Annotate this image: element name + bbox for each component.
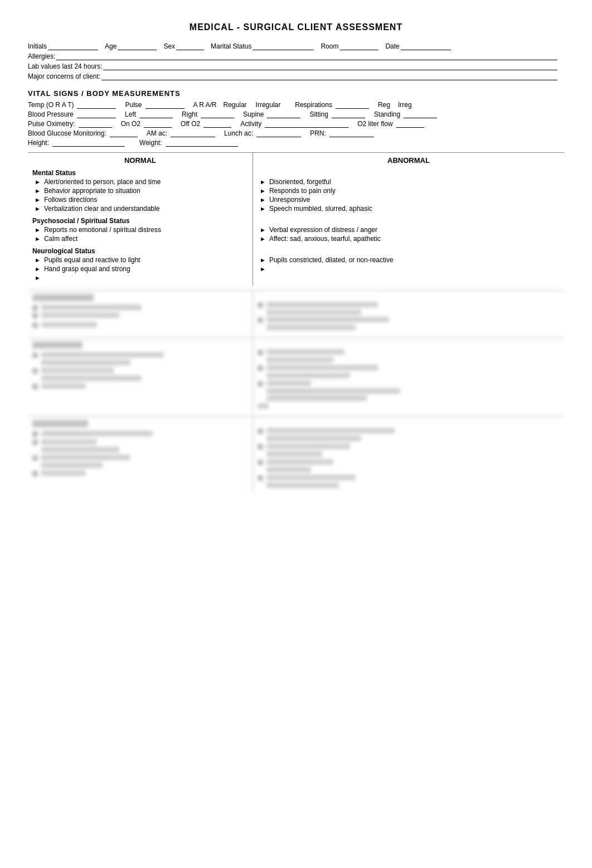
- vital-row-3: Pulse Oximetry: On O2 Off O2 Activity O2…: [28, 120, 564, 128]
- temp-field[interactable]: [77, 101, 116, 109]
- neuro-normal-item-2: ►: [32, 274, 248, 281]
- bullet-arrow-icon: ►: [260, 187, 266, 194]
- supine-field[interactable]: [267, 110, 300, 118]
- pulse-label: Pulse: [125, 101, 142, 109]
- psychosocial-abnormal-text-0: Verbal expression of distress / anger: [269, 226, 377, 234]
- sitting-field[interactable]: [332, 110, 365, 118]
- psychosocial-normal-text-1: Calm affect: [44, 235, 77, 243]
- mental-normal-text-1: Behavior appropriate to situation: [44, 187, 140, 195]
- major-concerns-label: Major concerns of client:: [28, 73, 100, 80]
- bullet-arrow-icon: ►: [35, 205, 41, 212]
- allergies-label: Allergies:: [28, 52, 55, 60]
- respirations-field[interactable]: [336, 101, 369, 109]
- mental-normal-text-3: Verbalization clear and understandable: [44, 205, 159, 213]
- am-ac-label: AM ac:: [147, 129, 167, 137]
- blurred-section-3: [28, 416, 564, 493]
- on-o2-label: On O2: [121, 120, 140, 128]
- right-field[interactable]: [201, 110, 234, 118]
- neuro-normal-item-0: ► Pupils equal and reactive to light: [32, 256, 248, 264]
- sex-field[interactable]: [176, 42, 204, 50]
- regular-label: Regular: [224, 101, 247, 109]
- irreg-label: Irreg: [398, 101, 412, 109]
- date-label: Date: [385, 42, 399, 50]
- header-row-1: Initials Age Sex Marital Status Room Dat…: [28, 42, 564, 50]
- psychosocial-abnormal-item-0: ► Verbal expression of distress / anger: [258, 226, 560, 234]
- date-field[interactable]: [401, 42, 451, 50]
- height-field[interactable]: [52, 139, 125, 147]
- bullet-arrow-icon: ►: [260, 226, 266, 233]
- normal-column: NORMAL Mental Status ► Alert/oriented to…: [28, 153, 253, 286]
- lab-values-field[interactable]: [103, 62, 557, 70]
- neuro-abnormal-text-0: Pupils constricted, dilated, or non-reac…: [269, 256, 394, 264]
- blurred-section-2: [28, 337, 564, 414]
- weight-field[interactable]: [166, 139, 238, 147]
- vital-row-4: Blood Glucose Monitoring: AM ac: Lunch a…: [28, 129, 564, 137]
- mental-abnormal-item-1: ► Responds to pain only: [258, 187, 560, 195]
- marital-status-label: Marital Status: [211, 42, 251, 50]
- mental-normal-item-1: ► Behavior appropriate to situation: [32, 187, 248, 195]
- lab-values-row: Lab values last 24 hours:: [28, 62, 564, 70]
- left-label: Left: [125, 110, 136, 118]
- bullet-arrow-icon: ►: [35, 226, 41, 233]
- psychosocial-normal-item-0: ► Reports no emotional / spiritual distr…: [32, 226, 248, 234]
- vital-signs-section: VITAL SIGNS / BODY MEASUREMENTS Temp (O …: [28, 89, 564, 147]
- pulse-field[interactable]: [145, 101, 185, 109]
- age-field[interactable]: [118, 42, 157, 50]
- neuro-normal-text-0: Pupils equal and reactive to light: [44, 256, 140, 264]
- psychosocial-normal-item-1: ► Calm affect: [32, 235, 248, 243]
- major-concerns-field[interactable]: [101, 73, 557, 80]
- bullet-arrow-icon: ►: [260, 196, 266, 203]
- bullet-arrow-icon: ►: [35, 274, 41, 281]
- mental-abnormal-item-3: ► Speech mumbled, slurred, aphasic: [258, 205, 560, 213]
- activity-field[interactable]: [265, 120, 348, 128]
- off-o2-field[interactable]: [203, 120, 231, 128]
- allergies-field[interactable]: [56, 52, 557, 60]
- age-label: Age: [105, 42, 117, 50]
- lunch-ac-field[interactable]: [256, 129, 301, 137]
- initials-field[interactable]: [48, 42, 98, 50]
- bullet-arrow-icon: ►: [260, 235, 266, 242]
- major-concerns-row: Major concerns of client:: [28, 73, 564, 80]
- standing-label: Standing: [374, 110, 400, 118]
- bgm-field[interactable]: [110, 129, 138, 137]
- bullet-arrow-icon: ►: [35, 235, 41, 242]
- room-label: Room: [321, 42, 338, 50]
- left-field[interactable]: [139, 110, 173, 118]
- bullet-arrow-icon: ►: [35, 179, 41, 185]
- o2-liter-field[interactable]: [396, 120, 424, 128]
- height-label: Height:: [28, 139, 49, 147]
- prn-field[interactable]: [329, 129, 374, 137]
- am-ac-field[interactable]: [171, 129, 215, 137]
- supine-label: Supine: [243, 110, 264, 118]
- bullet-arrow-icon: ►: [260, 266, 266, 272]
- psychosocial-normal-text-0: Reports no emotional / spiritual distres…: [44, 226, 161, 234]
- mental-abnormal-item-2: ► Unresponsive: [258, 196, 560, 204]
- mental-normal-text-0: Alert/oriented to person, place and time: [44, 178, 161, 186]
- mental-normal-item-3: ► Verbalization clear and understandable: [32, 205, 248, 213]
- off-o2-label: Off O2: [181, 120, 200, 128]
- mental-abnormal-text-0: Disoriented, forgetful: [269, 178, 331, 186]
- abnormal-header: ABNORMAL: [258, 156, 560, 165]
- marital-status-field[interactable]: [253, 42, 314, 50]
- mental-abnormal-item-0: ► Disoriented, forgetful: [258, 178, 560, 186]
- standing-field[interactable]: [404, 110, 437, 118]
- assessment-table: NORMAL Mental Status ► Alert/oriented to…: [28, 152, 564, 286]
- vital-signs-header: VITAL SIGNS / BODY MEASUREMENTS: [28, 89, 564, 98]
- ar-label: A R A/R: [193, 101, 217, 109]
- neuro-abnormal-item-1: ►: [258, 265, 560, 272]
- respirations-label: Respirations: [295, 101, 332, 109]
- on-o2-field[interactable]: [144, 120, 172, 128]
- bp-field[interactable]: [77, 110, 116, 118]
- bullet-arrow-icon: ►: [35, 266, 41, 272]
- right-label: Right: [182, 110, 197, 118]
- room-field[interactable]: [339, 42, 379, 50]
- neuro-abnormal-item-0: ► Pupils constricted, dilated, or non-re…: [258, 256, 560, 264]
- pulse-ox-field[interactable]: [79, 120, 112, 128]
- lab-values-label: Lab values last 24 hours:: [28, 62, 102, 70]
- neuro-title-normal: Neurological Status: [32, 247, 248, 255]
- activity-label: Activity: [240, 120, 261, 128]
- mental-normal-item-2: ► Follows directions: [32, 196, 248, 204]
- mental-normal-item-0: ► Alert/oriented to person, place and ti…: [32, 178, 248, 186]
- normal-header: NORMAL: [32, 156, 248, 165]
- mental-abnormal-text-2: Unresponsive: [269, 196, 310, 204]
